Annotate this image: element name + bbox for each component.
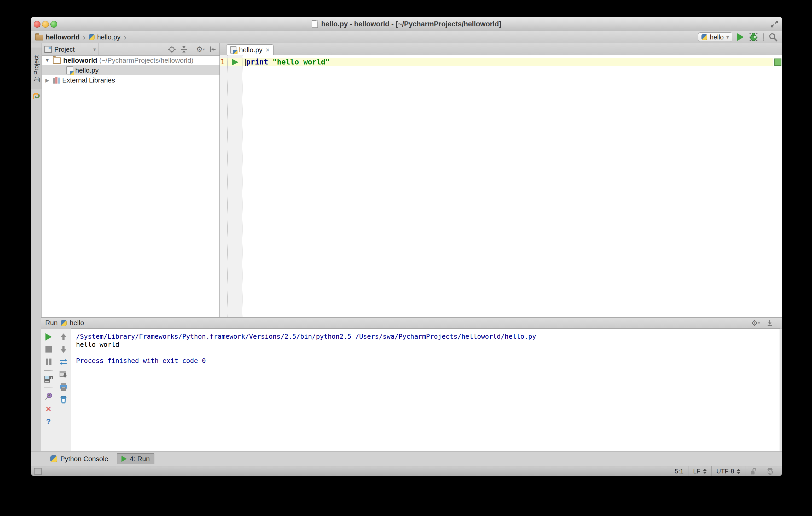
code-line[interactable]: print"hello world" <box>245 58 330 66</box>
run-settings-gear-button[interactable]: ⚙▾ <box>752 319 759 327</box>
breadcrumb-project[interactable]: helloworld <box>46 33 80 41</box>
dropdown-arrow-icon: ▾ <box>726 34 729 40</box>
error-stripe[interactable] <box>773 55 782 317</box>
tool-stripe-project-button[interactable]: 1: Project <box>31 48 41 89</box>
pycharm-window: hello.py - helloworld - [~/PycharmProjec… <box>31 17 782 476</box>
tree-project-name: helloworld <box>63 56 97 64</box>
run-panel-title: Run <box>45 319 58 327</box>
chevron-right-icon: › <box>123 34 127 40</box>
editor-area: hello.py × 1 print"hello world" <box>220 43 782 317</box>
tool-window-toggle-icon[interactable] <box>34 468 41 475</box>
run-panel-header[interactable]: Run hello ⚙▾ <box>41 317 782 329</box>
tree-item-project-root[interactable]: ▼ helloworld (~/PycharmProjects/hellowor… <box>42 55 220 65</box>
tab-title: hello.py <box>239 46 263 54</box>
breadcrumb-file[interactable]: hello.py <box>97 33 121 41</box>
run-panel-config-name: hello <box>70 319 84 327</box>
collapse-all-button[interactable] <box>180 45 188 53</box>
code-keyword: print <box>246 58 268 66</box>
run-configuration-select[interactable]: hello ▾ <box>698 32 732 42</box>
console-line <box>76 348 780 357</box>
tree-file-name: hello.py <box>75 66 99 74</box>
down-stack-trace-button[interactable] <box>56 343 71 356</box>
title-bar[interactable]: hello.py - helloworld - [~/PycharmProjec… <box>31 17 782 31</box>
main-area: Project ▾ <box>31 43 782 317</box>
libraries-icon <box>53 77 60 84</box>
document-icon <box>312 20 318 28</box>
text-caret <box>245 59 245 66</box>
code-string: "hello world" <box>272 58 330 66</box>
tree-item-hello-py[interactable]: hello.py <box>42 65 220 75</box>
hide-panel-button[interactable] <box>208 45 216 53</box>
fullscreen-icon[interactable] <box>771 21 778 27</box>
debug-button[interactable] <box>749 33 758 41</box>
close-console-button[interactable]: ✕ <box>41 403 56 415</box>
run-button[interactable] <box>737 33 744 41</box>
clear-output-button[interactable] <box>56 393 71 406</box>
hector-inspector-icon <box>766 467 774 475</box>
project-tree: ▼ helloworld (~/PycharmProjects/hellowor… <box>42 55 220 317</box>
readonly-lock-widget[interactable] <box>745 466 761 476</box>
bottom-tool-window-bar: Python Console 4: Run <box>31 451 782 466</box>
python-console-label: Python Console <box>60 455 109 463</box>
folder-icon <box>53 57 61 64</box>
collapse-arrow-icon[interactable]: ▶ <box>44 77 51 83</box>
expand-arrow-icon[interactable]: ▼ <box>44 57 51 63</box>
dropdown-arrow-icon: ▾ <box>93 46 96 53</box>
caret-position-widget[interactable]: 5:1 <box>670 466 688 476</box>
close-tab-icon[interactable]: × <box>265 47 270 53</box>
locate-file-button[interactable] <box>168 45 176 53</box>
scroll-to-end-button[interactable] <box>56 368 71 381</box>
right-margin-line <box>683 55 683 317</box>
help-button[interactable]: ? <box>41 415 56 428</box>
navigation-bar: helloworld › hello.py › hello ▾ <box>31 31 782 43</box>
inspection-status-ok-icon[interactable] <box>774 59 781 66</box>
gutter-separator <box>242 55 242 317</box>
project-view-selector[interactable]: Project ▾ <box>42 43 99 55</box>
run-tool-window-button[interactable]: 4: Run <box>117 453 155 464</box>
python-console-button[interactable]: Python Console <box>46 453 113 464</box>
up-stack-trace-button[interactable] <box>56 331 71 343</box>
pause-output-button[interactable] <box>41 356 56 368</box>
toolbar-separator <box>44 370 53 371</box>
tab-hello-py[interactable]: hello.py × <box>226 44 273 55</box>
soft-wrap-button[interactable] <box>56 356 71 368</box>
run-toolbar-primary: ✕ ? <box>41 329 56 452</box>
run-line-marker-icon[interactable] <box>232 59 238 65</box>
run-config-name: hello <box>710 33 724 41</box>
line-number: 1 <box>220 58 225 66</box>
print-button[interactable] <box>56 381 71 393</box>
left-tool-stripe: 1: Project <box>31 43 42 451</box>
run-tool-window: Run hello ⚙▾ <box>41 317 782 452</box>
pycharm-tool-icon[interactable] <box>33 92 40 100</box>
search-icon[interactable] <box>768 32 778 42</box>
python-file-icon <box>66 66 73 74</box>
editor-gutter <box>220 55 242 317</box>
python-file-icon <box>89 34 94 40</box>
encoding-widget[interactable]: UTF-8 <box>712 466 745 476</box>
settings-gear-button[interactable]: ⚙▾ <box>197 45 204 53</box>
editor-body[interactable]: 1 print"hello world" <box>220 55 782 317</box>
hide-run-panel-button[interactable] <box>766 319 774 327</box>
run-toolbar-secondary <box>56 329 71 452</box>
run-icon <box>121 456 127 462</box>
python-run-config-icon <box>61 320 67 326</box>
tree-libraries-label: External Libraries <box>62 76 115 84</box>
console-line: hello world <box>76 340 780 348</box>
unlock-icon <box>750 467 757 475</box>
show-console-button[interactable] <box>41 373 56 386</box>
tree-project-path: (~/PycharmProjects/helloworld) <box>99 56 194 64</box>
toolbar-separator <box>763 33 764 41</box>
tree-item-external-libraries[interactable]: ▶ External Libraries <box>42 75 220 85</box>
editor-tab-bar: hello.py × <box>220 43 782 55</box>
toolbar-separator <box>192 46 192 53</box>
line-separator-widget[interactable]: LF <box>688 466 712 476</box>
rerun-button[interactable] <box>41 331 56 343</box>
chevron-right-icon: › <box>82 34 86 40</box>
console-line: Process finished with exit code 0 <box>76 357 780 365</box>
pin-tab-button[interactable] <box>41 390 56 403</box>
toolbar-separator <box>44 388 53 388</box>
project-pane-icon <box>45 46 52 53</box>
console-output[interactable]: /System/Library/Frameworks/Python.framew… <box>71 329 780 452</box>
stop-button[interactable] <box>41 343 56 356</box>
inspection-profile-widget[interactable] <box>761 466 782 476</box>
